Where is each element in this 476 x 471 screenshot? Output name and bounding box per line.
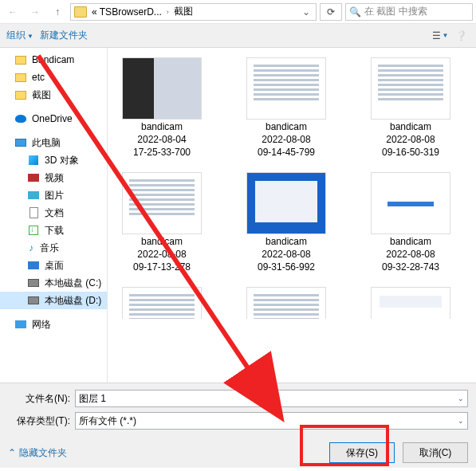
new-folder-button[interactable]: 新建文件夹 <box>40 29 88 42</box>
tree-label: 文档 <box>45 206 64 220</box>
filename-line: 17-25-33-700 <box>133 147 191 158</box>
filename-line: bandicam <box>141 121 183 132</box>
file-grid: bandicam2022-08-0417-25-33-700bandicam20… <box>108 48 476 383</box>
chevron-down-icon: ⌃ <box>8 447 16 458</box>
file-item[interactable]: bandicam2022-08-0809-31-56-992 <box>238 172 334 273</box>
breadcrumb-separator: › <box>167 8 169 16</box>
tree-3dobjects[interactable]: 3D 对象 <box>0 151 107 169</box>
up-button[interactable]: ↑ <box>48 2 67 22</box>
tree-network[interactable]: 网络 <box>0 316 107 333</box>
folder-icon <box>74 6 87 18</box>
tree-onedrive[interactable]: OneDrive <box>0 110 107 128</box>
refresh-button[interactable]: ⟳ <box>320 3 342 21</box>
chevron-down-icon: ▼ <box>27 33 33 40</box>
chevron-down-icon[interactable]: ⌄ <box>458 417 464 425</box>
tree-jietu[interactable]: 截图 <box>0 86 107 104</box>
address-bar: ← → ↑ « TSBrowserD... › 截图 ⌄ ⟳ 🔍 在 截图 中搜… <box>0 0 476 24</box>
breadcrumb-current[interactable]: 截图 <box>171 5 196 18</box>
filetype-select[interactable]: 所有文件 (*.*) ⌄ <box>75 412 468 430</box>
file-item[interactable] <box>114 287 210 319</box>
tree-diskc[interactable]: 本地磁盘 (C:) <box>0 274 107 292</box>
hide-folders-label: 隐藏文件夹 <box>19 446 67 460</box>
tree-docs[interactable]: 文档 <box>0 204 107 222</box>
thumbnail <box>246 57 326 120</box>
filename-line: 09-32-28-743 <box>382 261 439 273</box>
file-item[interactable]: bandicam2022-08-0809-17-13-278 <box>114 172 210 273</box>
file-item[interactable] <box>363 287 458 319</box>
file-item[interactable] <box>238 287 334 319</box>
filetype-value: 所有文件 (*.*) <box>79 414 136 428</box>
tree-label: 图片 <box>45 189 64 202</box>
filename-line: bandicam <box>390 121 431 132</box>
organize-button[interactable]: 组织▼ <box>6 29 33 42</box>
tree-label: Bandicam <box>32 54 74 65</box>
network-icon <box>15 320 26 328</box>
filename-line: 09-16-50-319 <box>382 147 439 158</box>
tree-label: OneDrive <box>32 113 73 124</box>
chevron-down-icon: ▼ <box>443 32 449 39</box>
file-item[interactable]: bandicam2022-08-0809-14-45-799 <box>238 57 334 158</box>
filename-line: 09-17-13-278 <box>133 261 191 273</box>
nav-tree: Bandicam etc 截图 OneDrive 此电脑 3D 对象 视频 图片… <box>0 48 108 383</box>
tree-music[interactable]: ♪音乐 <box>0 239 107 257</box>
tree-label: 本地磁盘 (C:) <box>45 277 101 290</box>
tree-label: 下载 <box>45 224 64 237</box>
thumbnail <box>371 172 450 234</box>
tree-label: etc <box>32 72 45 83</box>
music-icon: ♪ <box>27 242 35 253</box>
thumbnail <box>371 57 450 120</box>
filename-line: bandicam <box>141 236 183 247</box>
tree-desktop[interactable]: 桌面 <box>0 257 107 274</box>
hide-folders-link[interactable]: ⌃ 隐藏文件夹 <box>8 446 67 460</box>
folder-icon <box>15 56 26 65</box>
filename-line: 2022-08-08 <box>386 249 435 260</box>
filename-line: bandicam <box>266 121 307 132</box>
forward-button[interactable]: → <box>26 2 45 22</box>
save-button[interactable]: 保存(S) <box>329 442 395 463</box>
thumbnail <box>122 287 202 319</box>
document-icon <box>30 207 38 218</box>
desktop-icon <box>28 261 39 269</box>
download-icon <box>29 226 38 235</box>
breadcrumb-prev[interactable]: « TSBrowserD... <box>89 6 165 18</box>
tree-diskd[interactable]: 本地磁盘 (D:) <box>0 292 107 309</box>
back-button[interactable]: ← <box>3 2 22 22</box>
filename-line: bandicam <box>390 236 431 247</box>
help-button[interactable]: ❔ <box>452 27 470 45</box>
filename-line: 09-14-45-799 <box>258 147 315 158</box>
thumbnail <box>246 172 326 234</box>
path-dropdown-icon[interactable]: ⌄ <box>300 6 313 18</box>
search-placeholder: 在 截图 中搜索 <box>364 5 427 18</box>
tree-video[interactable]: 视频 <box>0 169 107 186</box>
cancel-button[interactable]: 取消(C) <box>403 442 468 463</box>
disk-icon <box>28 296 39 304</box>
tree-label: 网络 <box>32 318 51 332</box>
pictures-icon <box>28 191 39 199</box>
filename-input[interactable]: 图层 1 ⌄ <box>75 390 468 407</box>
tree-bandicam[interactable]: Bandicam <box>0 51 107 69</box>
view-button[interactable]: ☰▼ <box>431 27 449 45</box>
filename-line: 2022-08-08 <box>386 134 435 145</box>
tree-downloads[interactable]: 下载 <box>0 222 107 239</box>
search-input[interactable]: 🔍 在 截图 中搜索 <box>345 3 473 21</box>
tree-label: 本地磁盘 (D:) <box>45 294 101 308</box>
tree-label: 截图 <box>32 88 51 102</box>
tree-thispc[interactable]: 此电脑 <box>0 134 107 151</box>
tree-label: 此电脑 <box>32 136 61 150</box>
tree-label: 音乐 <box>40 241 59 255</box>
tree-label: 3D 对象 <box>45 154 79 167</box>
pc-icon <box>15 139 26 147</box>
search-icon: 🔍 <box>349 6 361 18</box>
tree-pictures[interactable]: 图片 <box>0 186 107 204</box>
bottom-panel: 文件名(N): 图层 1 ⌄ 保存类型(T): 所有文件 (*.*) ⌄ ⌃ 隐… <box>0 383 476 468</box>
file-item[interactable]: bandicam2022-08-0809-32-28-743 <box>363 172 458 273</box>
folder-icon <box>15 91 26 100</box>
tree-label: 视频 <box>45 171 64 185</box>
file-item[interactable]: bandicam2022-08-0417-25-33-700 <box>114 57 210 158</box>
thumbnail <box>122 172 202 234</box>
path-box[interactable]: « TSBrowserD... › 截图 ⌄ <box>70 3 317 21</box>
tree-etc[interactable]: etc <box>0 69 107 86</box>
file-item[interactable]: bandicam2022-08-0809-16-50-319 <box>363 57 458 158</box>
3d-icon <box>29 155 38 165</box>
chevron-down-icon[interactable]: ⌄ <box>458 394 464 402</box>
